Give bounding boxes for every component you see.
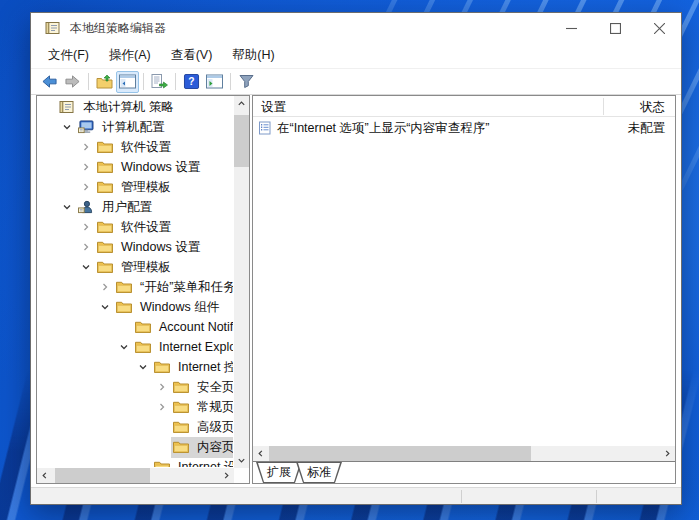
expander-expanded-icon[interactable]	[62, 122, 72, 132]
menu-item-3[interactable]: 帮助(H)	[222, 44, 284, 67]
menu-item-0[interactable]: 文件(F)	[38, 44, 99, 67]
expander-placeholder	[119, 322, 129, 332]
menu-item-2[interactable]: 查看(V)	[161, 44, 223, 67]
tree-item-10[interactable]: Windows 组件	[37, 297, 233, 317]
up-one-level-icon[interactable]	[93, 71, 116, 93]
column-header-setting[interactable]: 设置	[261, 99, 286, 116]
folder-icon	[135, 320, 151, 334]
tree-item-5[interactable]: 用户配置	[37, 197, 233, 217]
expander-collapsed-icon[interactable]	[81, 222, 91, 232]
tab-standard[interactable]: 标准	[296, 462, 342, 483]
svg-text:?: ?	[188, 76, 194, 87]
tab-label: 标准	[296, 462, 342, 482]
tree-item-16[interactable]: 高级页	[37, 417, 233, 437]
tree-item-8[interactable]: 管理模板	[37, 257, 233, 277]
expander-expanded-icon[interactable]	[62, 202, 72, 212]
tree-item-label: Internet 设置	[175, 458, 233, 468]
expander-collapsed-icon[interactable]	[81, 242, 91, 252]
user-icon	[78, 200, 94, 214]
status-bar	[31, 487, 681, 504]
tree-item-0[interactable]: 本地计算机 策略	[37, 97, 233, 117]
tree-vertical-scrollbar[interactable]	[234, 96, 249, 468]
expander-expanded-icon[interactable]	[81, 262, 91, 272]
list-horizontal-scrollbar[interactable]	[253, 446, 675, 461]
folder-icon	[97, 180, 113, 194]
folder-icon	[97, 160, 113, 174]
tree-item-17[interactable]: 内容页	[37, 437, 233, 457]
folder-icon	[116, 300, 132, 314]
scroll-down-button[interactable]	[234, 453, 249, 468]
status-separator	[461, 490, 462, 503]
tree-item-12[interactable]: Internet Explorer	[37, 337, 233, 357]
tree-rows: 本地计算机 策略计算机配置软件设置Windows 设置管理模板用户配置软件设置W…	[37, 97, 233, 467]
export-list-icon[interactable]	[148, 71, 171, 93]
scroll-up-button[interactable]	[234, 96, 249, 111]
filter-icon[interactable]	[235, 71, 258, 93]
expander-expanded-icon[interactable]	[138, 362, 148, 372]
folder-icon	[173, 440, 189, 454]
column-header-status[interactable]: 状态	[603, 99, 665, 116]
tree-item-14[interactable]: 安全页	[37, 377, 233, 397]
setting-name: 在“Internet 选项”上显示“内容审查程序”	[277, 120, 490, 137]
maximize-button[interactable]	[593, 13, 637, 43]
tree-item-label: Windows 设置	[118, 238, 203, 257]
tree-item-1[interactable]: 计算机配置	[37, 117, 233, 137]
tree-item-9[interactable]: “开始”菜单和任务栏	[37, 277, 233, 297]
expander-collapsed-icon[interactable]	[81, 182, 91, 192]
close-button[interactable]	[637, 13, 681, 43]
tree-item-4[interactable]: 管理模板	[37, 177, 233, 197]
tree-item-18[interactable]: Internet 设置	[37, 457, 233, 467]
scrollbar-thumb[interactable]	[269, 446, 531, 461]
menu-bar: 文件(F)操作(A)查看(V)帮助(H)	[31, 43, 681, 68]
folder-icon	[97, 140, 113, 154]
view-tabs: 扩展标准	[253, 461, 675, 483]
scrollbar-thumb[interactable]	[234, 115, 249, 167]
show-console-tree-icon[interactable]	[116, 71, 139, 93]
forward-arrow-icon[interactable]	[61, 71, 84, 93]
scrollbar-thumb[interactable]	[55, 468, 150, 483]
folder-icon	[173, 400, 189, 414]
toolbar-separator	[143, 73, 144, 90]
expander-expanded-icon[interactable]	[100, 302, 110, 312]
tree-item-15[interactable]: 常规页	[37, 397, 233, 417]
setting-row[interactable]: 在“Internet 选项”上显示“内容审查程序”未配置	[253, 118, 675, 138]
tree-item-7[interactable]: Windows 设置	[37, 237, 233, 257]
folder-icon	[154, 460, 170, 467]
folder-icon	[97, 240, 113, 254]
expander-collapsed-icon[interactable]	[157, 402, 167, 412]
expander-collapsed-icon[interactable]	[81, 142, 91, 152]
tree-item-3[interactable]: Windows 设置	[37, 157, 233, 177]
gpo-scroll-icon	[59, 100, 75, 114]
tree-item-label: 软件设置	[118, 138, 174, 157]
minimize-button[interactable]	[549, 13, 593, 43]
tree-item-11[interactable]: Account Notificatio	[37, 317, 233, 337]
settings-list: 在“Internet 选项”上显示“内容审查程序”未配置	[253, 118, 675, 445]
tree-item-2[interactable]: 软件设置	[37, 137, 233, 157]
folder-icon	[173, 420, 189, 434]
titlebar[interactable]: 本地组策略编辑器	[31, 13, 681, 43]
tree-item-13[interactable]: Internet 控制面板	[37, 357, 233, 377]
tree-item-6[interactable]: 软件设置	[37, 217, 233, 237]
console-window-icon[interactable]	[203, 71, 226, 93]
tree-item-label: 软件设置	[118, 218, 174, 237]
back-arrow-icon[interactable]	[38, 71, 61, 93]
gpo-scroll-icon	[45, 21, 61, 35]
expander-collapsed-icon[interactable]	[100, 282, 110, 292]
help-icon[interactable]: ?	[180, 71, 203, 93]
folder-icon	[97, 260, 113, 274]
scroll-right-button[interactable]	[660, 446, 675, 461]
expander-collapsed-icon[interactable]	[81, 162, 91, 172]
expander-expanded-icon[interactable]	[119, 342, 129, 352]
folder-icon	[154, 360, 170, 374]
expander-collapsed-icon[interactable]	[157, 382, 167, 392]
scroll-left-button[interactable]	[37, 468, 52, 483]
scroll-left-button[interactable]	[253, 446, 268, 461]
menu-item-1[interactable]: 操作(A)	[99, 44, 161, 67]
tree-item-label: Internet Explorer	[156, 339, 233, 355]
expander-placeholder	[157, 422, 167, 432]
policy-setting-icon	[258, 121, 272, 135]
tree-horizontal-scrollbar[interactable]	[37, 468, 234, 483]
scroll-right-button[interactable]	[219, 468, 234, 483]
folder-icon	[173, 380, 189, 394]
expander-placeholder	[157, 442, 167, 452]
